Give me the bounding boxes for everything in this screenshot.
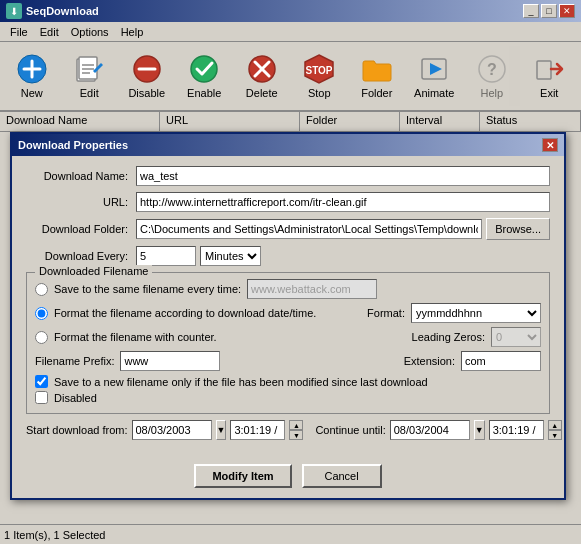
browse-button[interactable]: Browse...	[486, 218, 550, 240]
radio-same-filename[interactable]	[35, 283, 48, 296]
cancel-button[interactable]: Cancel	[302, 464, 382, 488]
continue-label: Continue until:	[315, 424, 385, 436]
end-time-down[interactable]: ▼	[548, 430, 562, 440]
radio-counter[interactable]	[35, 331, 48, 344]
url-input[interactable]	[136, 192, 550, 212]
extension-label: Extension:	[404, 355, 455, 367]
group-title: Downloaded Filename	[35, 265, 152, 277]
minimize-button[interactable]: _	[523, 4, 539, 18]
download-name-input[interactable]	[136, 166, 550, 186]
menu-file[interactable]: File	[4, 24, 34, 40]
title-bar-controls: _ □ ✕	[523, 4, 575, 18]
animate-icon	[418, 53, 450, 85]
edit-icon	[73, 53, 105, 85]
end-date-input[interactable]	[390, 420, 470, 440]
toolbar-disable-button[interactable]: Disable	[119, 46, 175, 106]
toolbar-animate-button[interactable]: Animate	[407, 46, 463, 106]
checkbox2-row: Disabled	[35, 391, 541, 404]
every-value-input[interactable]	[136, 246, 196, 266]
status-text: 1 Item(s), 1 Selected	[4, 529, 106, 541]
svg-text:?: ?	[487, 61, 497, 78]
radio3-label: Format the filename with counter.	[54, 331, 217, 343]
checkbox1-label: Save to a new filename only if the file …	[54, 376, 428, 388]
download-name-label: Download Name:	[26, 170, 136, 182]
save-new-filename-checkbox[interactable]	[35, 375, 48, 388]
url-label: URL:	[26, 196, 136, 208]
prefix-input[interactable]	[120, 351, 220, 371]
start-time-down[interactable]: ▼	[289, 430, 303, 440]
folder-label: Download Folder:	[26, 223, 136, 235]
status-bar: 1 Item(s), 1 Selected	[0, 524, 581, 544]
url-row: URL:	[26, 192, 550, 212]
checkbox1-row: Save to a new filename only if the file …	[35, 375, 541, 388]
leading-label: Leading Zeros:	[412, 331, 485, 343]
download-properties-dialog: Download Properties ✕ Download Name: URL…	[10, 132, 566, 500]
svg-rect-21	[537, 61, 551, 79]
download-name-row: Download Name:	[26, 166, 550, 186]
toolbar-enable-label: Enable	[187, 87, 221, 99]
end-time-up[interactable]: ▲	[548, 420, 562, 430]
enable-icon	[188, 53, 220, 85]
dialog-title-bar: Download Properties ✕	[12, 134, 564, 156]
prefix-ext-row: Filename Prefix: Extension:	[35, 351, 541, 371]
exit-icon	[533, 53, 565, 85]
folder-input[interactable]	[136, 219, 482, 239]
disabled-checkbox[interactable]	[35, 391, 48, 404]
delete-icon	[246, 53, 278, 85]
dialog-title-text: Download Properties	[18, 139, 128, 151]
start-date-input[interactable]	[132, 420, 212, 440]
app-icon: ⬇	[6, 3, 22, 19]
start-label: Start download from:	[26, 424, 128, 436]
every-unit-select[interactable]: Minutes Hours Days	[200, 246, 261, 266]
toolbar-new-label: New	[21, 87, 43, 99]
toolbar-folder-button[interactable]: Folder	[349, 46, 405, 106]
dialog-close-button[interactable]: ✕	[542, 138, 558, 152]
downloaded-filename-group: Downloaded Filename Save to the same fil…	[26, 272, 550, 414]
toolbar-folder-label: Folder	[361, 87, 392, 99]
every-label: Download Every:	[26, 250, 136, 262]
col-status: Status	[480, 112, 581, 131]
toolbar-new-button[interactable]: New	[4, 46, 60, 106]
svg-rect-4	[79, 57, 97, 79]
radio3-row: Format the filename with counter. Leadin…	[35, 327, 541, 347]
toolbar-enable-button[interactable]: Enable	[177, 46, 233, 106]
app-title: SeqDownload	[26, 5, 99, 17]
start-time-spin: ▲ ▼	[289, 420, 303, 440]
column-headers: Download Name URL Folder Interval Status	[0, 112, 581, 132]
toolbar-animate-label: Animate	[414, 87, 454, 99]
toolbar-help-button[interactable]: ? Help	[464, 46, 520, 106]
extension-input[interactable]	[461, 351, 541, 371]
col-url: URL	[160, 112, 300, 131]
end-time-spin: ▲ ▼	[548, 420, 562, 440]
toolbar-stop-button[interactable]: STOP Stop	[292, 46, 348, 106]
menu-options[interactable]: Options	[65, 24, 115, 40]
start-time-up[interactable]: ▲	[289, 420, 303, 430]
svg-text:STOP: STOP	[306, 65, 333, 76]
toolbar-delete-button[interactable]: Delete	[234, 46, 290, 106]
close-button[interactable]: ✕	[559, 4, 575, 18]
radio-date-format[interactable]	[35, 307, 48, 320]
toolbar-exit-button[interactable]: Exit	[522, 46, 578, 106]
end-time-input[interactable]	[489, 420, 544, 440]
menu-edit[interactable]: Edit	[34, 24, 65, 40]
disable-icon	[131, 53, 163, 85]
toolbar-edit-button[interactable]: Edit	[62, 46, 118, 106]
title-bar: ⬇ SeqDownload _ □ ✕	[0, 0, 581, 22]
start-date-dropdown[interactable]: ▼	[216, 420, 227, 440]
col-download-name: Download Name	[0, 112, 160, 131]
leading-select[interactable]: 0	[491, 327, 541, 347]
toolbar-edit-label: Edit	[80, 87, 99, 99]
menu-help[interactable]: Help	[115, 24, 150, 40]
maximize-button[interactable]: □	[541, 4, 557, 18]
modify-item-button[interactable]: Modify Item	[194, 464, 291, 488]
start-time-input[interactable]	[230, 420, 285, 440]
folder-icon	[361, 53, 393, 85]
main-content: Download Properties ✕ Download Name: URL…	[0, 132, 581, 544]
svg-point-11	[191, 56, 217, 82]
same-filename-input[interactable]	[247, 279, 377, 299]
folder-row: Download Folder: Browse...	[26, 218, 550, 240]
format-select[interactable]: yymmddhhnn yyyymmdd	[411, 303, 541, 323]
toolbar-exit-label: Exit	[540, 87, 558, 99]
radio1-label: Save to the same filename every time:	[54, 283, 241, 295]
end-date-dropdown[interactable]: ▼	[474, 420, 485, 440]
